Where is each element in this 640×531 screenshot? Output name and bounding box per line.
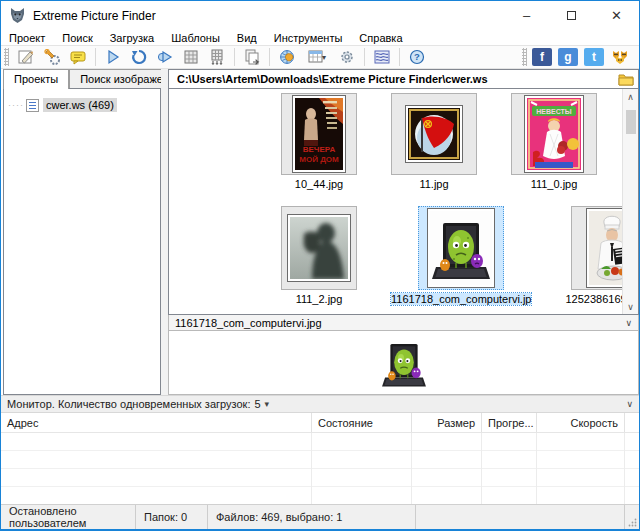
scroll-up-icon[interactable]: ∧ <box>623 89 638 104</box>
monitor-concurrent-downloads-value: 5 <box>254 398 260 410</box>
column-header-state[interactable]: Состояние <box>312 413 412 432</box>
queue-icon <box>209 49 225 65</box>
edit-project-button[interactable] <box>15 47 37 67</box>
toolbar-separator <box>269 48 270 66</box>
minimize-button[interactable]: – <box>504 1 549 30</box>
grid-icon <box>183 49 199 65</box>
restart-download-button[interactable] <box>128 47 150 67</box>
open-folder-icon[interactable] <box>618 73 634 86</box>
thumbnail-item[interactable]: НЕВЕСТЫ 111_0.jpg <box>511 93 597 190</box>
monitor-collapse-chevron-icon[interactable]: ∨ <box>626 399 633 409</box>
menu-view[interactable]: Вид <box>237 32 257 44</box>
thumbnail-item[interactable]: 1161718_com_computervi.jp <box>391 206 531 305</box>
templates-dropdown-arrow-icon: ▾ <box>322 53 326 62</box>
continue-icon <box>157 49 173 65</box>
menu-templates[interactable]: Шаблоны <box>171 32 220 44</box>
thumbnail-filename: 10_44.jpg <box>295 178 343 190</box>
thumbnail-item[interactable]: 111_2.jpg <box>281 206 357 305</box>
copy-icon <box>244 49 260 65</box>
left-panel-tabs: Проекты Поиск изображений <box>3 69 161 89</box>
thumbnail-item[interactable]: 11.jpg <box>391 93 477 190</box>
toolbar: ▾ ? f g t <box>1 45 639 69</box>
tab-projects[interactable]: Проекты <box>3 69 69 89</box>
menu-download[interactable]: Загрузка <box>110 32 154 44</box>
menu-project[interactable]: Проект <box>9 32 45 44</box>
queue-button[interactable] <box>206 47 228 67</box>
thumbnail-item[interactable]: ВЕЧЕРАМОЙ ДОМ 10_44.jpg <box>281 93 357 190</box>
thumbnail-filename: 11.jpg <box>419 178 448 190</box>
selected-thumbnail-cell <box>418 206 504 290</box>
scrollbar-thumb[interactable] <box>626 110 636 134</box>
projects-tree: ···· cwer.ws (469) <box>3 88 161 395</box>
scroll-down-icon[interactable]: ∨ <box>623 299 638 314</box>
app-logo-wolf-icon <box>9 7 26 24</box>
start-icon <box>105 49 121 65</box>
thumbnail-image-silhouette <box>287 214 351 282</box>
left-panel: Проекты Поиск изображений ···· cwer.ws (… <box>1 69 161 395</box>
start-download-button[interactable] <box>102 47 124 67</box>
status-folders-count: Папок: 0 <box>136 505 208 529</box>
column-header-progress[interactable]: Прогре... <box>482 413 537 432</box>
copy-project-button[interactable] <box>241 47 263 67</box>
website-icon <box>374 49 390 65</box>
project-settings-button[interactable] <box>41 47 63 67</box>
thumbnail-image-bride-poster: НЕВЕСТЫ <box>524 95 584 173</box>
browser-icon <box>279 49 295 65</box>
templates-button[interactable]: ▾ <box>302 47 332 67</box>
column-header-size[interactable]: Размер <box>412 413 482 432</box>
settings-gear-icon <box>339 49 355 65</box>
toolbar-separator <box>95 48 96 66</box>
toolbar-separator <box>364 48 365 66</box>
preview-collapse-chevron-icon[interactable]: ∨ <box>625 318 632 328</box>
menu-tools[interactable]: Инструменты <box>274 32 343 44</box>
google-icon[interactable]: g <box>558 48 578 66</box>
preview-image-computer-virus <box>373 335 435 391</box>
window-title: Extreme Picture Finder <box>33 9 504 23</box>
resize-grip[interactable] <box>625 505 639 529</box>
downloads-count-dropdown-icon[interactable]: ▾ <box>265 399 270 409</box>
tree-item-project[interactable]: ···· cwer.ws (469) <box>4 97 160 113</box>
preview-pane <box>168 331 639 395</box>
mascot-forum-icon[interactable] <box>610 48 630 66</box>
panel-splitter[interactable] <box>161 69 168 395</box>
thumbnail-filename: 1161718_com_computervi.jp <box>391 293 531 305</box>
comment-button[interactable] <box>67 47 89 67</box>
thumbnail-filename: 111_0.jpg <box>531 178 578 190</box>
thumbnail-image-computer-virus <box>427 208 495 288</box>
right-panel: C:\Users\Artem\Downloads\Extreme Picture… <box>168 69 639 395</box>
website-button[interactable] <box>371 47 393 67</box>
title-bar: Extreme Picture Finder – ✕ <box>1 1 639 30</box>
continue-download-button[interactable] <box>154 47 176 67</box>
thumbnail-area: ВЕЧЕРАМОЙ ДОМ 10_44.jpg 11.jpg <box>168 89 639 315</box>
close-button[interactable]: ✕ <box>594 1 639 30</box>
menu-help[interactable]: Справка <box>359 32 402 44</box>
help-button[interactable]: ? <box>406 47 428 67</box>
thumbnail-scrollbar[interactable]: ∧ ∨ <box>622 89 638 314</box>
restart-icon <box>131 49 147 65</box>
status-bar: Остановлено пользователем Папок: 0 Файло… <box>1 504 639 529</box>
toolbar-gripper <box>4 48 9 66</box>
monitor-bar[interactable]: Монитор. Количество одновременных загруз… <box>1 395 639 413</box>
thumbnail-image-movie-poster: ВЕЧЕРАМОЙ ДОМ <box>292 95 346 173</box>
browser-button[interactable] <box>276 47 298 67</box>
current-folder-path: C:\Users\Artem\Downloads\Extreme Picture… <box>177 73 618 85</box>
tree-branch-line: ···· <box>8 100 24 110</box>
tree-item-label: cwer.ws (469) <box>43 98 117 112</box>
toolbar-gripper <box>522 48 527 66</box>
column-header-address[interactable]: Адрес <box>1 413 312 432</box>
path-bar: C:\Users\Artem\Downloads\Extreme Picture… <box>168 69 639 89</box>
thumbnail-image-soviet-flag <box>405 105 463 163</box>
column-header-speed[interactable]: Скорость <box>537 413 625 432</box>
results-grid-button[interactable] <box>180 47 202 67</box>
edit-project-icon <box>18 49 34 65</box>
facebook-icon[interactable]: f <box>532 48 552 66</box>
thumbnail-filename: 111_2.jpg <box>296 293 343 305</box>
twitter-icon[interactable]: t <box>584 48 604 66</box>
maximize-button[interactable] <box>549 1 594 30</box>
app-window: Extreme Picture Finder – ✕ Проект Поиск … <box>0 0 640 531</box>
menu-search[interactable]: Поиск <box>62 32 92 44</box>
main-area: Проекты Поиск изображений ···· cwer.ws (… <box>1 69 639 395</box>
preview-header[interactable]: 1161718_com_computervi.jpg ∨ <box>168 315 639 331</box>
status-message: Остановлено пользователем <box>1 505 136 529</box>
options-button[interactable] <box>336 47 358 67</box>
